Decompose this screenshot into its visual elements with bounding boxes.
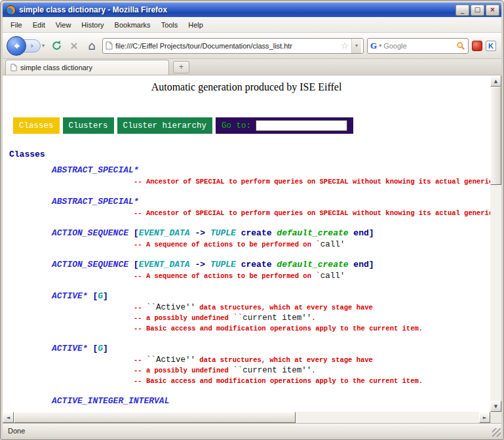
tab-title: simple class dictionary <box>20 64 92 71</box>
class-link[interactable]: ACTIVE_INTEGER_INTERVAL <box>52 396 169 406</box>
comment-line: -- Ancestor of SPECIAL to perform querie… <box>134 176 490 186</box>
addon-icon-red[interactable] <box>472 41 482 51</box>
back-forward-cluster: ▾ <box>7 36 46 56</box>
goto-input[interactable] <box>256 120 347 131</box>
signature-segment <box>236 228 241 238</box>
class-link[interactable]: ACTION_SEQUENCE <box>52 260 128 270</box>
maximize-button[interactable]: □ <box>471 5 484 16</box>
comment-text: -- A sequence of actions to be performed… <box>134 241 315 249</box>
vertical-scrollbar-thumb[interactable] <box>490 87 501 185</box>
signature-segment: -> <box>190 228 210 238</box>
class-link[interactable]: ACTIVE* <box>52 291 88 301</box>
scroll-right-icon[interactable]: ► <box>479 412 490 423</box>
horizontal-scrollbar-track[interactable] <box>296 412 479 423</box>
search-engine-dropdown-icon[interactable]: ▾ <box>379 43 381 49</box>
scroll-down-icon[interactable]: ▼ <box>490 401 501 412</box>
comment-line: -- ``Active'' data structures, which at … <box>134 302 490 312</box>
titlebar[interactable]: simple class dictionary - Mozilla Firefo… <box>3 3 501 17</box>
google-logo-icon: G <box>370 41 377 51</box>
comment-text: -- A sequence of actions to be performed… <box>134 272 315 280</box>
stop-icon: × <box>69 39 78 52</box>
class-list: ABSTRACT_SPECIAL*-- Ancestor of SPECIAL … <box>52 165 490 407</box>
classes-button[interactable]: Classes <box>13 117 60 134</box>
comment-text: -- Basic access and modification operati… <box>134 377 423 385</box>
menu-file[interactable]: File <box>5 18 28 31</box>
reload-button[interactable] <box>49 39 64 53</box>
navigation-toolbar: ▾ × ⌂ file:///C:/Eiffel Projects/tour/Do… <box>3 33 501 59</box>
url-text[interactable]: file:///C:/Eiffel Projects/tour/Document… <box>115 42 338 50</box>
search-box[interactable]: G ▾ Google <box>367 38 469 54</box>
vertical-scrollbar-track[interactable] <box>490 185 501 401</box>
cluster-hierarchy-button[interactable]: Cluster hierarchy <box>117 117 213 134</box>
scroll-up-icon[interactable]: ▲ <box>490 75 501 87</box>
clusters-button[interactable]: Clusters <box>63 117 114 134</box>
url-bar[interactable]: file:///C:/Eiffel Projects/tour/Document… <box>102 38 364 54</box>
scrollbar-corner <box>490 412 501 423</box>
signature-segment: TUPLE <box>210 228 236 238</box>
signature-segment: ] <box>369 260 374 270</box>
comment-line: -- Basic access and modification operati… <box>134 376 490 386</box>
page-title: Automatic generation produced by ISE Eif… <box>3 81 490 94</box>
horizontal-scrollbar-thumb[interactable] <box>14 412 296 423</box>
signature-segment: ] <box>103 291 108 301</box>
comment-text: -- a possibly undefined <box>134 367 233 374</box>
home-icon: ⌂ <box>88 39 95 52</box>
firefox-window: simple class dictionary - Mozilla Firefo… <box>0 0 504 440</box>
comment-text: -- a possibly undefined <box>134 314 233 322</box>
class-link[interactable]: ABSTRACT_SPECIAL* <box>52 165 139 175</box>
tab-simple-class-dictionary[interactable]: simple class dictionary <box>5 60 169 75</box>
class-signature: ABSTRACT_SPECIAL* <box>52 197 490 207</box>
class-signature: ACTION_SEQUENCE [EVENT_DATA -> TUPLE cre… <box>52 228 490 239</box>
content-area: Automatic generation produced by ISE Eif… <box>3 75 501 423</box>
signature-segment: -> <box>190 260 210 270</box>
signature-segment: G <box>98 291 103 301</box>
home-button[interactable]: ⌂ <box>85 39 99 53</box>
class-signature: ACTIVE* [G] <box>52 344 490 354</box>
menu-history[interactable]: History <box>76 18 109 31</box>
class-signature: ACTIVE* [G] <box>52 291 490 302</box>
search-icon[interactable] <box>456 41 465 50</box>
history-dropdown-icon[interactable]: ▾ <box>41 43 46 49</box>
comment-line: -- a possibly undefined ``current item''… <box>134 365 490 375</box>
minimize-button[interactable]: _ <box>456 5 469 16</box>
comment-line: -- Ancestor of SPECIAL to perform querie… <box>134 208 490 218</box>
firefox-icon <box>6 5 16 15</box>
signature-segment <box>236 260 241 270</box>
addon-icon-k[interactable]: K <box>486 41 496 51</box>
class-signature: ACTION_SEQUENCE [EVENT_DATA -> TUPLE cre… <box>52 260 490 270</box>
comment-line: -- ``Active'' data structures, which at … <box>134 355 490 365</box>
menu-tools[interactable]: Tools <box>156 18 184 31</box>
back-icon <box>12 41 21 50</box>
comment-text: . <box>311 367 315 374</box>
bookmark-star-icon[interactable]: ☆ <box>341 41 349 50</box>
signature-segment: EVENT_DATA <box>139 228 190 238</box>
tab-bar: simple class dictionary + <box>3 59 501 75</box>
scroll-left-icon[interactable]: ◄ <box>3 412 14 423</box>
horizontal-scrollbar[interactable]: ◄ ► <box>3 412 490 423</box>
menu-help[interactable]: Help <box>183 18 208 31</box>
class-entry: ABSTRACT_SPECIAL*-- Ancestor of SPECIAL … <box>52 165 490 186</box>
back-button[interactable] <box>7 36 26 56</box>
class-link[interactable]: ACTIVE* <box>52 344 88 353</box>
menu-edit[interactable]: Edit <box>28 18 50 31</box>
class-signature: ABSTRACT_SPECIAL* <box>52 165 490 176</box>
signature-segment: [ <box>88 344 98 353</box>
class-entry: ACTION_SEQUENCE [EVENT_DATA -> TUPLE cre… <box>52 228 490 249</box>
url-dropdown-icon[interactable]: ▾ <box>351 39 361 53</box>
search-input[interactable]: Google <box>383 42 454 50</box>
signature-segment: TUPLE <box>210 260 236 270</box>
vertical-scrollbar[interactable]: ▲ ▼ <box>490 75 501 412</box>
class-link[interactable]: ACTION_SEQUENCE <box>52 228 128 238</box>
comment-line: -- Basic access and modification operati… <box>134 323 490 333</box>
close-button[interactable]: × <box>486 5 499 16</box>
menu-view[interactable]: View <box>50 18 77 31</box>
stop-button[interactable]: × <box>67 39 81 53</box>
comment-text: -- <box>134 304 146 311</box>
class-link[interactable]: ABSTRACT_SPECIAL* <box>52 197 139 207</box>
new-tab-button[interactable]: + <box>173 61 189 73</box>
window-title: simple class dictionary - Mozilla Firefo… <box>19 5 452 14</box>
menu-bookmarks[interactable]: Bookmarks <box>109 18 156 31</box>
goto-label: Go to: <box>222 121 251 130</box>
resize-grip-icon[interactable] <box>492 428 501 437</box>
class-signature: ACTIVE_INTEGER_INTERVAL <box>52 396 490 407</box>
